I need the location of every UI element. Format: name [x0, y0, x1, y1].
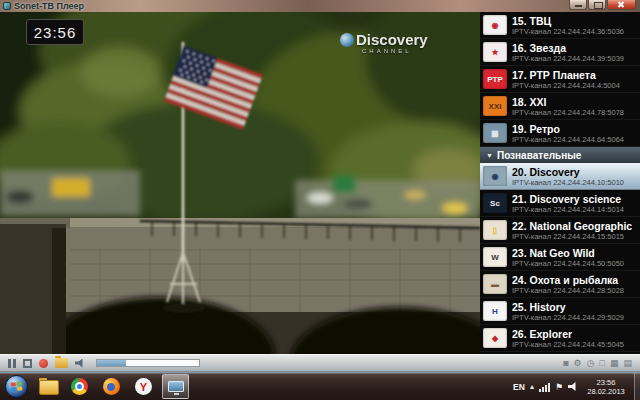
maximize-button[interactable] [588, 0, 606, 10]
window-mode-icon[interactable]: □ [600, 359, 605, 368]
channel-logo: ▦ [483, 123, 507, 143]
channel-text: 24. Охота и рыбалка IPTV-канал 224.244.2… [512, 274, 624, 295]
language-indicator[interactable]: EN [513, 382, 525, 392]
channel-number: 26. [512, 328, 530, 340]
taskbar: Y EN ▴ ⚑ 23:56 28.02.2013 [0, 372, 640, 400]
channel-watermark: Discovery CHANNEL [340, 31, 428, 54]
taskbar-item-firefox[interactable] [98, 374, 125, 399]
volume-fill [97, 360, 126, 366]
channel-name: National Geographic [530, 220, 633, 232]
taskbar-item-explorer[interactable] [34, 374, 61, 399]
tray-date: 28.02.2013 [583, 387, 629, 396]
stop-button[interactable] [23, 359, 32, 368]
application-window: Sonet-ТВ Плеер [0, 0, 640, 400]
minimize-button[interactable] [569, 0, 587, 10]
channel-row[interactable]: ▦ 19. Ретро IPTV-канал 224.244.244.64:50… [480, 120, 640, 147]
taskbar-item-chrome[interactable] [66, 374, 93, 399]
channel-text: 22. National Geographic IPTV-канал 224.2… [512, 220, 632, 241]
record-button[interactable] [39, 359, 48, 368]
watermark-title: Discovery [356, 31, 428, 48]
channel-row[interactable]: XXI 18. XXI IPTV-канал 224.244.244.78:50… [480, 93, 640, 120]
channel-number: 15. [512, 15, 530, 27]
channel-category-header[interactable]: ▼ Познавательные [480, 147, 640, 163]
channel-row[interactable]: H 25. History IPTV-канал 224.244.244.29:… [480, 298, 640, 325]
taskbar-item-yandex[interactable]: Y [130, 374, 157, 399]
chrome-icon [71, 378, 88, 395]
channel-text: 25. History IPTV-канал 224.244.244.29:50… [512, 301, 624, 322]
discovery-globe-icon [340, 33, 354, 47]
channel-logo: ★ [483, 42, 507, 62]
channel-row[interactable]: РТР 17. РТР Планета IPTV-канал 224.244.2… [480, 66, 640, 93]
channel-name: ТВЦ [530, 15, 552, 27]
show-desktop-button[interactable] [634, 373, 640, 400]
channel-address: IPTV-канал 224.244.244.78:5078 [512, 108, 624, 117]
action-center-flag-icon[interactable]: ⚑ [555, 382, 563, 392]
channel-name: Discovery [530, 166, 580, 178]
channel-logo: ◉ [483, 15, 507, 35]
video-area[interactable]: 23:56 Discovery CHANNEL [0, 12, 480, 354]
channel-number: 25. [512, 301, 530, 313]
channel-logo: Sc [483, 193, 507, 213]
timer-icon[interactable]: ◷ [587, 359, 595, 368]
tray-volume-icon[interactable] [568, 382, 578, 391]
list-mode-icon[interactable]: ▤ [623, 359, 632, 368]
screenshot-icon[interactable]: ◙ [563, 359, 568, 368]
channel-name: Explorer [530, 328, 573, 340]
channel-address: IPTV-канал 224.244.244.45:5045 [512, 340, 624, 349]
channel-logo: ◆ [483, 328, 507, 348]
channel-row[interactable]: W 23. Nat Geo Wild IPTV-канал 224.244.24… [480, 244, 640, 271]
channel-row[interactable]: ▯ 22. National Geographic IPTV-канал 224… [480, 217, 640, 244]
channel-row[interactable]: ◉ 20. Discovery IPTV-канал 224.244.244.1… [480, 163, 640, 190]
channel-address: IPTV-канал 224.244.244.15:5015 [512, 232, 632, 241]
channel-address: IPTV-канал 224.244.244.36:5036 [512, 27, 624, 36]
mute-button[interactable] [75, 359, 85, 368]
channel-name: XXI [530, 96, 547, 108]
channel-text: 18. XXI IPTV-канал 224.244.244.78:5078 [512, 96, 624, 117]
aspect-grid-icon[interactable]: ▦ [610, 359, 619, 368]
channel-name: РТР Планета [530, 69, 596, 81]
channel-row[interactable]: ▬ 24. Охота и рыбалка IPTV-канал 224.244… [480, 271, 640, 298]
channel-logo: ◉ [483, 166, 507, 186]
channel-list[interactable]: ◉ 15. ТВЦ IPTV-канал 224.244.244.36:5036… [480, 12, 640, 354]
settings-icon[interactable]: ⚙ [574, 359, 582, 368]
channel-number: 17. [512, 69, 530, 81]
channel-address: IPTV-канал 224.244.244.29:5029 [512, 313, 624, 322]
volume-slider[interactable] [96, 359, 200, 367]
channel-name: History [530, 301, 566, 313]
channel-logo: H [483, 301, 507, 321]
channel-number: 23. [512, 247, 530, 259]
tv-player-icon [168, 381, 184, 392]
channel-name: Охота и рыбалка [530, 274, 619, 286]
channel-name: Звезда [530, 42, 566, 54]
channel-name: Discovery science [530, 193, 622, 205]
app-icon [3, 2, 11, 10]
channel-name: Nat Geo Wild [530, 247, 595, 259]
start-button[interactable] [5, 375, 28, 398]
channel-text: 17. РТР Планета IPTV-канал 224.244.244.4… [512, 69, 620, 90]
channel-row[interactable]: ◆ 26. Explorer IPTV-канал 224.244.244.45… [480, 325, 640, 352]
channel-address: IPTV-канал 224.244.244.4:5004 [512, 81, 620, 90]
channel-text: 26. Explorer IPTV-канал 224.244.244.45:5… [512, 328, 624, 349]
titlebar[interactable]: Sonet-ТВ Плеер [0, 0, 640, 12]
network-icon[interactable] [539, 382, 550, 392]
channel-row[interactable]: ★ 16. Звезда IPTV-канал 224.244.244.39:5… [480, 39, 640, 66]
taskbar-item-tv-player-active[interactable] [162, 374, 189, 399]
channel-number: 18. [512, 96, 530, 108]
windows-logo-icon [11, 381, 23, 391]
system-tray: EN ▴ ⚑ 23:56 28.02.2013 [513, 373, 640, 400]
close-button[interactable] [607, 0, 636, 10]
open-file-button[interactable] [55, 358, 68, 368]
channel-address: IPTV-канал 224.244.244.28:5028 [512, 286, 624, 295]
channel-address: IPTV-канал 224.244.244.50:5050 [512, 259, 624, 268]
channel-text: 19. Ретро IPTV-канал 224.244.244.64:5064 [512, 123, 624, 144]
channel-row[interactable]: ◉ 15. ТВЦ IPTV-канал 224.244.244.36:5036 [480, 12, 640, 39]
category-label: Познавательные [497, 150, 581, 161]
explorer-folder-icon [39, 380, 57, 393]
channel-logo: XXI [483, 96, 507, 116]
hidden-icons-arrow[interactable]: ▴ [530, 382, 534, 391]
pause-button[interactable] [8, 359, 16, 368]
yandex-icon: Y [135, 378, 152, 395]
channel-text: 16. Звезда IPTV-канал 224.244.244.39:503… [512, 42, 624, 63]
tray-clock[interactable]: 23:56 28.02.2013 [583, 378, 629, 396]
channel-row[interactable]: Sc 21. Discovery science IPTV-канал 224.… [480, 190, 640, 217]
